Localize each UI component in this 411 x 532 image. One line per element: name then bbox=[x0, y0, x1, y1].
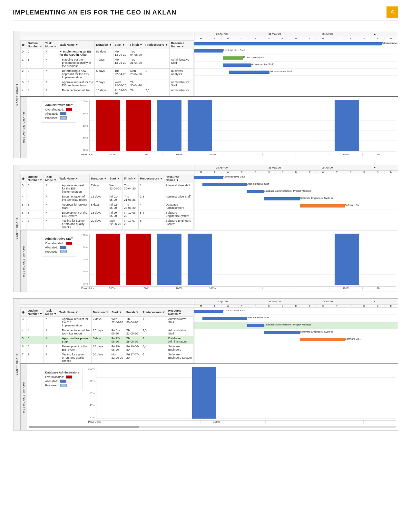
bar-row-3-1: Administrative Staff bbox=[194, 315, 398, 322]
task-table-3: ◉ OutlineNumber ▼ TaskMode ▼ Task Name ▼… bbox=[20, 308, 194, 363]
timeline-3c: 05 Jul '20 bbox=[322, 300, 333, 303]
timeline-3b: 31 May '20 bbox=[269, 300, 281, 303]
task-table-2: ◉ OutlineNumber ▼ TaskMode ▼ Task Name ▼… bbox=[20, 174, 194, 230]
peak-label-1: Peak Units: bbox=[81, 153, 94, 156]
legend-al-3: Allocated: bbox=[45, 380, 58, 383]
bar-row-2-2: Database Administrators, Project Manage bbox=[194, 188, 398, 195]
legend-oa-3: Overallocated: bbox=[45, 375, 64, 379]
resource-legend-2: Administrative Staff Overallocated: Allo… bbox=[42, 235, 76, 256]
gantt-label-3: GANTT CHART bbox=[13, 299, 20, 430]
table-row[interactable]: 3 3 ⚑ Approval request for the EIS imple… bbox=[21, 183, 194, 194]
chart-block-2: GANTT CHART 26 Apr '20 31 May '20 05 Jul… bbox=[13, 165, 398, 292]
table-row[interactable]: 6 6 ⚑ Development of the EIS System 16 d… bbox=[21, 344, 194, 352]
table-row[interactable]: 7 7 ⚑ Testing for system errors and qual… bbox=[21, 218, 194, 230]
resource-label-2: RESOURCE GRAPH bbox=[20, 230, 27, 292]
timeline-scroll-icon: ▲ bbox=[374, 33, 376, 35]
th-resource[interactable]: ResourceNames ▼ bbox=[170, 41, 194, 49]
bar-row-3-4: Software En... bbox=[194, 336, 398, 343]
th-finish[interactable]: Finish ▼ bbox=[129, 41, 144, 49]
res-bar-1-3 bbox=[157, 100, 181, 151]
legend-title-1: Administrative Staff bbox=[45, 103, 73, 107]
bar-row-2-3: Software Engineers, System bbox=[194, 195, 398, 202]
gantt-bar-4 bbox=[229, 71, 269, 74]
table-row[interactable]: 3 3 ⚑ Approval request for the EIS Imple… bbox=[21, 80, 194, 88]
gantt-bars-1: Administrative Staff Administrative Staf… bbox=[194, 40, 398, 96]
res-graph-2: 100% 80% 60% 40% 20% bbox=[81, 232, 396, 290]
scrollbar-track[interactable] bbox=[29, 426, 396, 428]
th-outline[interactable]: OutlineNumber ▼ bbox=[26, 41, 44, 49]
table-row[interactable]: 2 2 ⚑ Determining a new approach for the… bbox=[21, 69, 194, 80]
table-row[interactable]: 3 3 ⚑ Approval request for the EIS Imple… bbox=[21, 317, 194, 328]
legend-title-3: Database Administrators bbox=[45, 371, 79, 374]
resource-legend-3: Database Administrators Overallocated: A… bbox=[42, 369, 83, 390]
chart-block-1: GANTT CHART 26 Apr '20 31 May '20 05 Jul… bbox=[13, 31, 398, 158]
peak-units-row-2: Peak Units: 100% 100% 100% 100% 100% 10.… bbox=[81, 286, 396, 290]
table-row[interactable]: 4 4 ⚑ Documentation of the... 15 days Fr… bbox=[21, 88, 194, 96]
legend-pr-2: Proposed: bbox=[45, 250, 58, 253]
task-table-1: ◉ OutlineNumber ▼ TaskMode ▼ Task Name ▼… bbox=[20, 40, 194, 96]
day-labels-2: M T W T F S S M T W T F S S M bbox=[194, 171, 398, 174]
th-check: ◉ bbox=[21, 41, 26, 49]
chart-block-3: GANTT CHART 26 Apr '20 31 May '20 05 Jul… bbox=[13, 298, 398, 430]
gantt-rows-2: ◉ OutlineNumber ▼ TaskMode ▼ Task Name ▼… bbox=[20, 174, 398, 230]
peak-units-row-3: Peak Units: 100% bbox=[88, 420, 396, 423]
timeline-2c: 05 Jul '20 bbox=[322, 166, 333, 169]
table-row[interactable]: 1 1 ⚑ Mapping out the present functional… bbox=[21, 57, 194, 69]
timeline-row-1: 26 Apr '20 31 May '20 05 Jul '20 ▲ bbox=[194, 32, 398, 36]
bar-row-2-0: Administrative Staff bbox=[194, 174, 398, 181]
legend-overalloc-label-1: Overallocated: bbox=[45, 108, 64, 111]
table-row[interactable]: 4 4 ⚑ Documentation of the technical rep… bbox=[21, 194, 194, 202]
chart3-inner: 26 Apr '20 31 May '20 05 Jul '20 ▼ M T W… bbox=[20, 299, 398, 430]
page-title: IMPLEMENTING AN EIS FOR THE CEO IN AKLAN bbox=[13, 9, 176, 16]
gantt-bar-row-1: Administrative Staff bbox=[194, 47, 398, 54]
bar-row-3-3: Software Engineers, System bbox=[194, 329, 398, 336]
timeline-row-3: 26 Apr '20 31 May '20 05 Jul '20 ▼ bbox=[194, 299, 398, 304]
page-number: 4 bbox=[387, 6, 398, 18]
th-duration[interactable]: Duration ▼ bbox=[95, 41, 113, 49]
timeline-2b: 31 May '20 bbox=[269, 166, 281, 169]
th-pred[interactable]: Predecessors ▼ bbox=[144, 41, 169, 49]
legend-alloc-box-1 bbox=[60, 112, 66, 115]
timeline-period-1c: 05 Jul '20 bbox=[322, 33, 333, 35]
chart2-inner: 26 Apr '20 31 May '20 05 Jul '20 ▼ M T W… bbox=[20, 165, 398, 292]
gantt-label-2: GANTT CHART bbox=[13, 165, 20, 292]
gantt-bar-0 bbox=[194, 42, 382, 45]
gantt-bar-3 bbox=[223, 63, 251, 67]
gantt-rows-1: ◉ OutlineNumber ▼ TaskMode ▼ Task Name ▼… bbox=[20, 40, 398, 96]
th-taskname[interactable]: Task Name ▼ bbox=[58, 41, 95, 49]
table-row[interactable]: 6 6 ⚑ Development of the EIS System 16 d… bbox=[21, 210, 194, 218]
table-row[interactable]: 0 0 ⚑ ▼ Implementing an EIS for the CEO … bbox=[21, 49, 194, 57]
table-row[interactable]: 4 4 ⚑ Documentation of the technical rep… bbox=[21, 328, 194, 336]
table-row-highlighted[interactable]: 5 5 ⚑ Approval for project start 5 days … bbox=[21, 336, 194, 344]
legend-overalloc-box-1 bbox=[66, 108, 72, 111]
resource-section-2: RESOURCE GRAPH Administrative Staff Over… bbox=[20, 230, 398, 292]
res-bar-1-4 bbox=[188, 100, 212, 151]
res-bar-1-1 bbox=[96, 100, 120, 151]
res-bar-1-5 bbox=[335, 100, 359, 151]
peak-units-row-1: Peak Units: 100% 100% 100% 100% 100% 10.… bbox=[81, 153, 396, 156]
timeline-period-1b: 31 May '20 bbox=[269, 33, 281, 35]
res-bar-3-db bbox=[192, 367, 216, 419]
res-graph-wrapper-1: 100% 80% 60% 40% 20% bbox=[81, 99, 396, 156]
legend-oa-2: Overallocated: bbox=[45, 242, 64, 245]
gantt-rows-3: ◉ OutlineNumber ▼ TaskMode ▼ Task Name ▼… bbox=[20, 308, 398, 363]
legend-alloc-label-1: Allocated: bbox=[45, 112, 58, 115]
resource-label-1: RESOURCE GRAPH bbox=[20, 97, 27, 158]
timeline-period-1a: 26 Apr '20 bbox=[216, 33, 228, 35]
scrollbar-row-3[interactable] bbox=[29, 425, 396, 428]
res-y-axis-1: 100% 80% 60% 40% 20% bbox=[81, 100, 89, 151]
resource-label-3: RESOURCE GRAPH bbox=[20, 364, 27, 430]
page-header: IMPLEMENTING AN EIS FOR THE CEO IN AKLAN… bbox=[13, 6, 398, 21]
res-graph-area-1 bbox=[89, 100, 396, 151]
th-mode[interactable]: TaskMode ▼ bbox=[44, 41, 58, 49]
legend-pr-3: Proposed: bbox=[45, 384, 58, 387]
table-row[interactable]: 5 5 ⚑ Approval for project start 5 days … bbox=[21, 202, 194, 210]
resource-section-3: RESOURCE GRAPH Database Administrators O… bbox=[20, 363, 398, 430]
day-labels-3: M T W T F S S M T W T F S S M bbox=[194, 305, 398, 307]
gantt-label-1: GANTT CHART bbox=[13, 31, 20, 158]
legend-al-2: Allocated: bbox=[45, 246, 58, 249]
bar-row-2-4: Software En... bbox=[194, 202, 398, 209]
table-row[interactable]: 7 7 ⚑ Testing for system errors and qual… bbox=[21, 352, 194, 363]
scrollbar-thumb[interactable] bbox=[29, 426, 139, 428]
th-start[interactable]: Start ▼ bbox=[113, 41, 129, 49]
